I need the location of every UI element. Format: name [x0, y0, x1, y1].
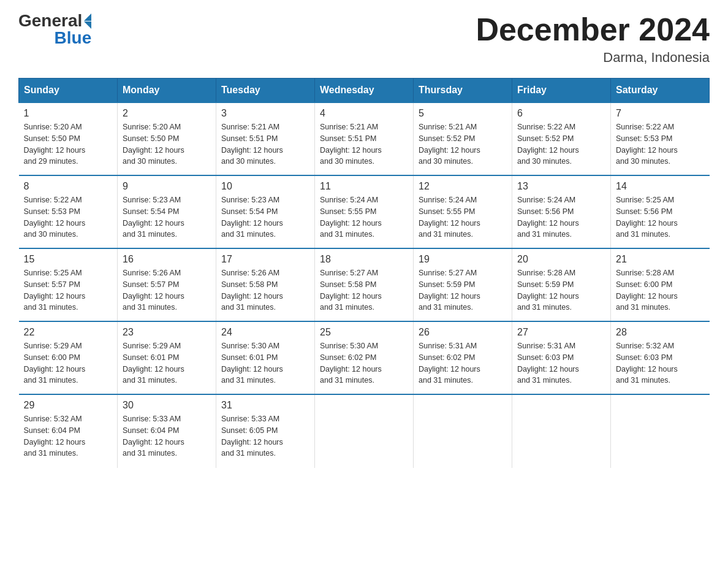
day-number: 17	[221, 254, 309, 265]
column-header-wednesday: Wednesday	[315, 79, 414, 103]
day-number: 12	[419, 181, 507, 192]
column-header-thursday: Thursday	[414, 79, 512, 103]
column-header-monday: Monday	[118, 79, 216, 103]
day-info: Sunrise: 5:27 AMSunset: 5:58 PMDaylight:…	[320, 267, 408, 313]
calendar-header-row: SundayMondayTuesdayWednesdayThursdayFrid…	[19, 79, 710, 103]
calendar-cell: 25Sunrise: 5:30 AMSunset: 6:02 PMDayligh…	[315, 321, 414, 394]
day-info: Sunrise: 5:22 AMSunset: 5:52 PMDaylight:…	[517, 121, 605, 167]
day-number: 14	[616, 181, 705, 192]
day-number: 18	[320, 254, 408, 265]
calendar-cell: 7Sunrise: 5:22 AMSunset: 5:53 PMDaylight…	[611, 102, 710, 175]
day-info: Sunrise: 5:30 AMSunset: 6:01 PMDaylight:…	[221, 340, 309, 386]
calendar-cell: 27Sunrise: 5:31 AMSunset: 6:03 PMDayligh…	[512, 321, 611, 394]
column-header-friday: Friday	[512, 79, 611, 103]
logo-blue: Blue	[55, 29, 92, 47]
calendar-cell: 16Sunrise: 5:26 AMSunset: 5:57 PMDayligh…	[118, 248, 216, 321]
calendar-cell: 31Sunrise: 5:33 AMSunset: 6:05 PMDayligh…	[216, 394, 315, 468]
logo-general: General	[18, 12, 82, 29]
day-info: Sunrise: 5:33 AMSunset: 6:05 PMDaylight:…	[221, 413, 309, 459]
calendar-cell: 2Sunrise: 5:20 AMSunset: 5:50 PMDaylight…	[118, 102, 216, 175]
title-block: December 2024 Darma, Indonesia	[476, 12, 710, 66]
calendar-cell: 13Sunrise: 5:24 AMSunset: 5:56 PMDayligh…	[512, 175, 611, 248]
calendar-cell: 17Sunrise: 5:26 AMSunset: 5:58 PMDayligh…	[216, 248, 315, 321]
day-number: 16	[123, 254, 211, 265]
day-number: 11	[320, 181, 408, 192]
day-info: Sunrise: 5:24 AMSunset: 5:56 PMDaylight:…	[517, 194, 605, 240]
calendar-table: SundayMondayTuesdayWednesdayThursdayFrid…	[18, 78, 710, 468]
day-number: 27	[517, 327, 605, 338]
day-info: Sunrise: 5:24 AMSunset: 5:55 PMDaylight:…	[419, 194, 507, 240]
calendar-cell: 26Sunrise: 5:31 AMSunset: 6:02 PMDayligh…	[414, 321, 512, 394]
day-info: Sunrise: 5:29 AMSunset: 6:01 PMDaylight:…	[123, 340, 211, 386]
calendar-cell: 8Sunrise: 5:22 AMSunset: 5:53 PMDaylight…	[19, 175, 118, 248]
day-info: Sunrise: 5:25 AMSunset: 5:56 PMDaylight:…	[616, 194, 705, 240]
calendar-week-row: 15Sunrise: 5:25 AMSunset: 5:57 PMDayligh…	[19, 248, 710, 321]
day-info: Sunrise: 5:30 AMSunset: 6:02 PMDaylight:…	[320, 340, 408, 386]
page-title: December 2024	[476, 12, 710, 47]
calendar-cell	[315, 394, 414, 468]
day-number: 5	[419, 108, 507, 119]
calendar-cell: 19Sunrise: 5:27 AMSunset: 5:59 PMDayligh…	[414, 248, 512, 321]
day-number: 24	[221, 327, 309, 338]
calendar-cell: 9Sunrise: 5:23 AMSunset: 5:54 PMDaylight…	[118, 175, 216, 248]
page-subtitle: Darma, Indonesia	[476, 50, 710, 66]
day-info: Sunrise: 5:29 AMSunset: 6:00 PMDaylight:…	[24, 340, 113, 386]
calendar-week-row: 1Sunrise: 5:20 AMSunset: 5:50 PMDaylight…	[19, 102, 710, 175]
day-number: 20	[517, 254, 605, 265]
day-info: Sunrise: 5:20 AMSunset: 5:50 PMDaylight:…	[24, 121, 113, 167]
day-number: 19	[419, 254, 507, 265]
day-info: Sunrise: 5:28 AMSunset: 6:00 PMDaylight:…	[616, 267, 705, 313]
day-info: Sunrise: 5:23 AMSunset: 5:54 PMDaylight:…	[123, 194, 211, 240]
day-info: Sunrise: 5:28 AMSunset: 5:59 PMDaylight:…	[517, 267, 605, 313]
day-number: 15	[24, 254, 113, 265]
day-info: Sunrise: 5:20 AMSunset: 5:50 PMDaylight:…	[123, 121, 211, 167]
day-number: 29	[24, 400, 113, 411]
calendar-cell: 28Sunrise: 5:32 AMSunset: 6:03 PMDayligh…	[611, 321, 710, 394]
day-info: Sunrise: 5:33 AMSunset: 6:04 PMDaylight:…	[123, 413, 211, 459]
calendar-cell: 6Sunrise: 5:22 AMSunset: 5:52 PMDaylight…	[512, 102, 611, 175]
day-number: 22	[24, 327, 113, 338]
day-info: Sunrise: 5:24 AMSunset: 5:55 PMDaylight:…	[320, 194, 408, 240]
day-number: 31	[221, 400, 309, 411]
day-info: Sunrise: 5:31 AMSunset: 6:02 PMDaylight:…	[419, 340, 507, 386]
day-info: Sunrise: 5:25 AMSunset: 5:57 PMDaylight:…	[24, 267, 113, 313]
day-number: 25	[320, 327, 408, 338]
day-number: 9	[123, 181, 211, 192]
day-number: 26	[419, 327, 507, 338]
calendar-cell: 3Sunrise: 5:21 AMSunset: 5:51 PMDaylight…	[216, 102, 315, 175]
day-number: 3	[221, 108, 309, 119]
day-info: Sunrise: 5:23 AMSunset: 5:54 PMDaylight:…	[221, 194, 309, 240]
day-info: Sunrise: 5:27 AMSunset: 5:59 PMDaylight:…	[419, 267, 507, 313]
day-number: 4	[320, 108, 408, 119]
calendar-cell: 14Sunrise: 5:25 AMSunset: 5:56 PMDayligh…	[611, 175, 710, 248]
calendar-cell: 30Sunrise: 5:33 AMSunset: 6:04 PMDayligh…	[118, 394, 216, 468]
day-number: 2	[123, 108, 211, 119]
calendar-cell: 20Sunrise: 5:28 AMSunset: 5:59 PMDayligh…	[512, 248, 611, 321]
calendar-week-row: 8Sunrise: 5:22 AMSunset: 5:53 PMDaylight…	[19, 175, 710, 248]
day-info: Sunrise: 5:32 AMSunset: 6:03 PMDaylight:…	[616, 340, 705, 386]
calendar-cell: 1Sunrise: 5:20 AMSunset: 5:50 PMDaylight…	[19, 102, 118, 175]
calendar-cell: 22Sunrise: 5:29 AMSunset: 6:00 PMDayligh…	[19, 321, 118, 394]
calendar-cell: 23Sunrise: 5:29 AMSunset: 6:01 PMDayligh…	[118, 321, 216, 394]
day-info: Sunrise: 5:32 AMSunset: 6:04 PMDaylight:…	[24, 413, 113, 459]
calendar-week-row: 29Sunrise: 5:32 AMSunset: 6:04 PMDayligh…	[19, 394, 710, 468]
logo: General Blue	[18, 12, 91, 47]
calendar-cell: 11Sunrise: 5:24 AMSunset: 5:55 PMDayligh…	[315, 175, 414, 248]
day-info: Sunrise: 5:22 AMSunset: 5:53 PMDaylight:…	[24, 194, 113, 240]
day-info: Sunrise: 5:21 AMSunset: 5:52 PMDaylight:…	[419, 121, 507, 167]
calendar-cell	[414, 394, 512, 468]
day-number: 23	[123, 327, 211, 338]
day-info: Sunrise: 5:26 AMSunset: 5:58 PMDaylight:…	[221, 267, 309, 313]
day-number: 13	[517, 181, 605, 192]
day-info: Sunrise: 5:21 AMSunset: 5:51 PMDaylight:…	[221, 121, 309, 167]
day-info: Sunrise: 5:31 AMSunset: 6:03 PMDaylight:…	[517, 340, 605, 386]
column-header-sunday: Sunday	[19, 79, 118, 103]
page-header: General Blue December 2024 Darma, Indone…	[18, 12, 710, 66]
day-number: 1	[24, 108, 113, 119]
day-number: 8	[24, 181, 113, 192]
calendar-cell: 15Sunrise: 5:25 AMSunset: 5:57 PMDayligh…	[19, 248, 118, 321]
calendar-cell: 10Sunrise: 5:23 AMSunset: 5:54 PMDayligh…	[216, 175, 315, 248]
calendar-cell: 12Sunrise: 5:24 AMSunset: 5:55 PMDayligh…	[414, 175, 512, 248]
day-number: 7	[616, 108, 705, 119]
calendar-cell	[611, 394, 710, 468]
